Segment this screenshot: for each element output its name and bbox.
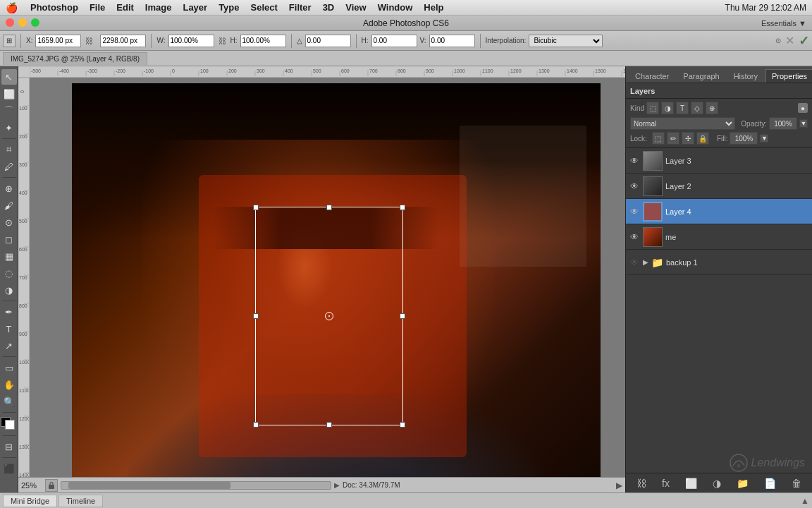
link-layers-btn[interactable]: ⛓ [634,478,649,489]
zoom-lock-icon[interactable] [45,479,58,492]
menu-edit[interactable]: Edit [112,1,138,14]
tool-preset-btn[interactable]: ⊞ [3,35,16,47]
delete-layer-btn[interactable]: 🗑 [789,478,804,489]
doc-tab[interactable]: IMG_5274.JPG @ 25% (Layer 4, RGB/8) [3,52,147,65]
footer-tab-timeline[interactable]: Timeline [59,495,103,507]
move-tool[interactable]: ↖ [1,69,17,85]
close-btn[interactable] [6,18,14,27]
app-name-menu[interactable]: Photoshop [26,1,82,14]
brush-tool[interactable]: 🖌 [1,198,17,213]
layer-item-layer4[interactable]: 👁 Layer 4 [626,199,812,224]
eyedropper-tool[interactable]: 🖊 [1,159,17,174]
scrollbar-horizontal[interactable] [61,481,331,490]
w-input[interactable] [168,35,214,47]
screen-mode-btn[interactable]: ⬛ [1,461,17,476]
lock-transparent-btn[interactable]: ⬚ [652,132,665,145]
layer-vis-me[interactable]: 👁 [629,231,640,243]
background-color[interactable] [5,420,15,430]
pen-tool[interactable]: ✒ [1,304,17,320]
opacity-arrow[interactable]: ▼ [799,119,808,128]
add-style-btn[interactable]: fx [659,478,672,489]
interpolation-select[interactable]: Bicubic Bilinear Nearest Neighbor [529,35,603,47]
commit-transform-btn[interactable]: ✓ [799,33,809,49]
minimize-btn[interactable] [18,18,27,27]
workspace-selector[interactable]: Essentials ▼ [761,19,806,28]
h-input[interactable] [240,35,286,47]
filter-type-btn[interactable]: T [676,102,689,114]
canvas-document[interactable]: Lendwings [72,83,601,477]
lock-position-btn[interactable]: ✢ [682,132,694,145]
group-expand-arrow[interactable]: ▶ [643,258,648,266]
gradient-tool[interactable]: ▦ [1,248,17,264]
shape-tool[interactable]: ▭ [1,360,17,375]
quick-mask-btn[interactable]: ⊟ [1,439,17,454]
layer-item-backup1[interactable]: 👁 ▶ 📁 backup 1 [626,250,812,275]
hand-tool[interactable]: ✋ [1,377,17,392]
menu-filter[interactable]: Filter [285,1,316,14]
fill-input[interactable] [730,132,758,145]
menu-help[interactable]: Help [419,1,448,14]
menu-layer[interactable]: Layer [178,1,211,14]
healing-tool[interactable]: ⊕ [1,181,17,196]
new-adjustment-btn[interactable]: ◑ [710,478,724,489]
dodge-tool[interactable]: ◑ [1,282,17,298]
new-layer-btn[interactable]: 📄 [761,478,779,489]
footer-tab-minibridge[interactable]: Mini Bridge [3,495,57,507]
filter-toggle[interactable]: ● [798,103,808,113]
layer-item-me[interactable]: 👁 me [626,224,812,250]
layer-item-layer3[interactable]: 👁 Layer 3 [626,148,812,174]
lasso-tool[interactable]: ⌒ [1,103,17,119]
warp-icon[interactable]: ⊙ [775,37,781,44]
hskew-input[interactable] [371,35,417,47]
transform-handle-bl[interactable] [253,422,259,428]
tab-history[interactable]: History [727,69,764,83]
cancel-transform-btn[interactable]: ✕ [785,34,794,47]
new-group-btn[interactable]: 📁 [734,478,751,489]
layer-vis-backup1[interactable]: 👁 [629,257,640,268]
tab-character[interactable]: Character [629,69,675,83]
canvas-content[interactable]: Lendwings [30,78,625,477]
expand-arrow[interactable]: ▶ [616,480,622,490]
layer-vis-layer3[interactable]: 👁 [629,155,640,167]
path-select-tool[interactable]: ↗ [1,338,17,353]
menu-3d[interactable]: 3D [319,1,339,14]
magic-wand-tool[interactable]: ✦ [1,120,17,135]
maximize-btn[interactable] [31,18,39,27]
transform-handle-br[interactable] [400,422,405,428]
menu-file[interactable]: File [85,1,109,14]
fill-arrow[interactable]: ▼ [760,134,768,143]
filter-smart-btn[interactable]: ⊕ [706,102,718,114]
text-tool[interactable]: T [1,321,17,337]
transform-handle-bc[interactable] [326,422,332,428]
transform-handle-mr[interactable] [400,313,405,319]
tab-paragraph[interactable]: Paragraph [677,69,725,83]
x-input[interactable] [35,35,81,47]
transform-handle-tc[interactable] [326,205,332,210]
lock-all-btn[interactable]: 🔒 [696,132,709,145]
zoom-tool[interactable]: 🔍 [1,394,17,409]
menu-type[interactable]: Type [214,1,243,14]
footer-expand-btn[interactable]: ▲ [801,496,809,506]
eraser-tool[interactable]: ◻ [1,231,17,247]
opacity-input[interactable] [769,117,797,130]
menu-select[interactable]: Select [247,1,282,14]
menu-image[interactable]: Image [141,1,176,14]
transform-handle-tr[interactable] [400,205,405,210]
tab-properties[interactable]: Properties [765,69,812,83]
transform-handle-ml[interactable] [253,313,259,319]
add-mask-btn[interactable]: ⬜ [682,478,700,489]
scroll-right-arrow[interactable]: ▶ [334,481,340,489]
transform-handle-tl[interactable] [253,205,259,210]
apple-logo[interactable]: 🍎 [6,2,18,13]
layer-item-layer2[interactable]: 👁 Layer 2 [626,174,812,199]
layer-vis-layer2[interactable]: 👁 [629,181,640,192]
selection-tool[interactable]: ⬜ [1,86,17,102]
vskew-input[interactable] [429,35,475,47]
layer-vis-layer4[interactable]: 👁 [629,206,640,217]
lock-image-btn[interactable]: ✏ [667,132,679,145]
scrollbar-thumb[interactable] [68,482,230,489]
blend-mode-select[interactable]: Normal Multiply Screen [630,117,735,130]
menu-view[interactable]: View [341,1,370,14]
rotate-input[interactable] [305,35,351,47]
clone-tool[interactable]: ⊙ [1,214,17,230]
